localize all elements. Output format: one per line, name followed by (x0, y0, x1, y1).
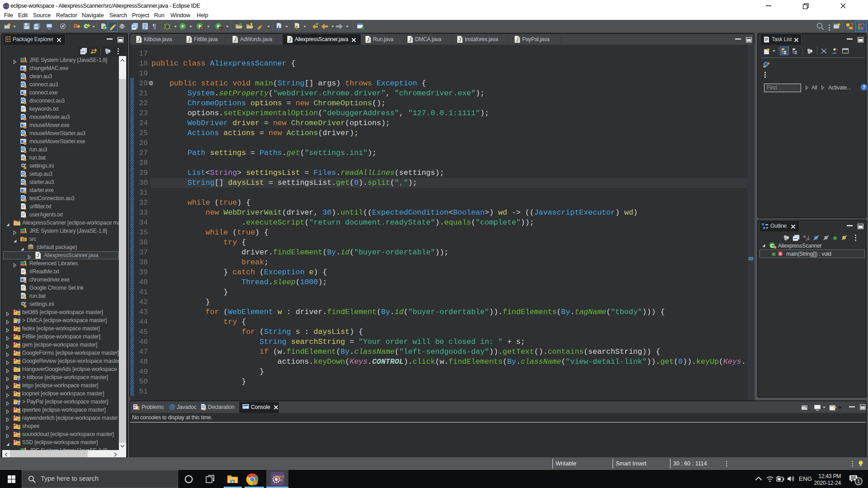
svg-text:?: ? (18, 402, 19, 405)
svg-text:J: J (18, 431, 20, 434)
svg-text:J: J (18, 439, 20, 442)
svg-text:1: 1 (857, 479, 860, 484)
svg-text:J: J (18, 374, 20, 377)
svg-text:J: J (18, 357, 20, 361)
svg-text:?: ? (18, 321, 19, 324)
svg-text:J: J (18, 349, 20, 353)
svg-text:J: J (18, 325, 20, 328)
svg-text:Java EE: Java EE (275, 475, 284, 478)
svg-text:C: C (84, 24, 87, 29)
svg-text:J: J (18, 317, 20, 320)
svg-text:J: J (18, 219, 20, 223)
svg-text:J: J (18, 406, 20, 410)
svg-text:J: J (18, 341, 20, 345)
svg-text:J: J (18, 414, 20, 418)
svg-text:J: J (37, 253, 39, 258)
svg-text:J: J (18, 366, 20, 369)
svg-text:S: S (779, 252, 782, 256)
svg-text:J: J (18, 309, 20, 312)
svg-text:?: ? (18, 378, 19, 381)
svg-text:J: J (18, 398, 20, 402)
svg-text:IDE: IDE (278, 479, 283, 482)
svg-text:?: ? (863, 84, 866, 90)
svg-text:J: J (18, 390, 20, 394)
svg-text:C: C (770, 243, 774, 249)
svg-text:J: J (18, 382, 20, 385)
